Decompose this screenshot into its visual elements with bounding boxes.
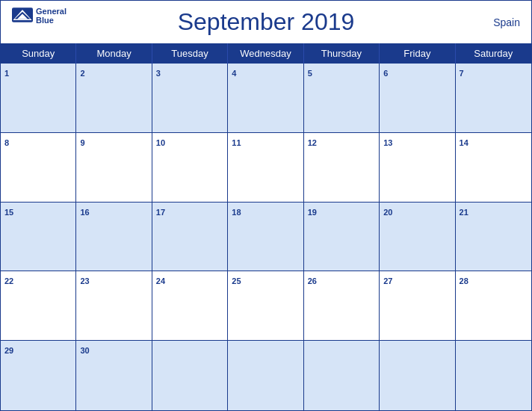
day-cell: 9 bbox=[76, 133, 152, 203]
week-row-1: 1 2 3 4 5 6 7 bbox=[1, 64, 531, 133]
calendar-header: General Blue September 2019 Spain bbox=[1, 1, 531, 43]
calendar-grid: 1 2 3 4 5 6 7 8 9 10 11 12 13 14 15 16 1… bbox=[1, 64, 531, 410]
day-cell: 11 bbox=[228, 133, 303, 203]
day-cell: 20 bbox=[380, 203, 455, 272]
logo-icon bbox=[12, 7, 33, 22]
day-cell: 25 bbox=[228, 271, 303, 341]
header-sunday: Sunday bbox=[1, 43, 76, 64]
day-cell: 21 bbox=[456, 203, 531, 272]
day-cell: 13 bbox=[380, 133, 455, 203]
logo: General Blue bbox=[12, 7, 66, 25]
header-friday: Friday bbox=[380, 43, 455, 64]
week-row-2: 8 9 10 11 12 13 14 bbox=[1, 133, 531, 203]
calendar: General Blue September 2019 Spain Sunday… bbox=[0, 0, 532, 411]
day-cell: 26 bbox=[304, 271, 380, 341]
header-monday: Monday bbox=[76, 43, 152, 64]
week-row-4: 22 23 24 25 26 27 28 bbox=[1, 271, 531, 341]
day-cell: 10 bbox=[152, 133, 228, 203]
day-cell: 4 bbox=[228, 64, 303, 133]
day-cell bbox=[228, 341, 303, 410]
month-title: September 2019 bbox=[178, 8, 355, 36]
day-cell: 19 bbox=[304, 203, 380, 272]
day-cell: 8 bbox=[1, 133, 76, 203]
day-cell: 22 bbox=[1, 271, 76, 341]
day-cell: 2 bbox=[76, 64, 152, 133]
day-cell: 1 bbox=[1, 64, 76, 133]
day-cell: 27 bbox=[380, 271, 455, 341]
day-cell bbox=[152, 341, 228, 410]
days-of-week-header: Sunday Monday Tuesday Wednesday Thursday… bbox=[1, 43, 531, 64]
day-cell: 29 bbox=[1, 341, 76, 410]
header-saturday: Saturday bbox=[456, 43, 531, 64]
day-cell: 5 bbox=[304, 64, 380, 133]
day-cell: 15 bbox=[1, 203, 76, 272]
day-cell: 16 bbox=[76, 203, 152, 272]
day-cell: 30 bbox=[76, 341, 152, 410]
header-tuesday: Tuesday bbox=[152, 43, 228, 64]
day-cell: 17 bbox=[152, 203, 228, 272]
day-cell bbox=[456, 341, 531, 410]
header-wednesday: Wednesday bbox=[228, 43, 303, 64]
week-row-5: 29 30 bbox=[1, 341, 531, 410]
day-cell bbox=[304, 341, 380, 410]
header-thursday: Thursday bbox=[304, 43, 380, 64]
logo-text-general: General bbox=[36, 7, 66, 16]
day-cell: 24 bbox=[152, 271, 228, 341]
day-cell: 7 bbox=[456, 64, 531, 133]
country-label: Spain bbox=[493, 16, 520, 28]
logo-text-blue: Blue bbox=[36, 16, 66, 25]
day-cell: 6 bbox=[380, 64, 455, 133]
day-cell: 18 bbox=[228, 203, 303, 272]
day-cell: 14 bbox=[456, 133, 531, 203]
day-cell: 12 bbox=[304, 133, 380, 203]
day-cell: 28 bbox=[456, 271, 531, 341]
week-row-3: 15 16 17 18 19 20 21 bbox=[1, 203, 531, 272]
day-cell: 3 bbox=[152, 64, 228, 133]
day-cell bbox=[380, 341, 455, 410]
day-cell: 23 bbox=[76, 271, 152, 341]
